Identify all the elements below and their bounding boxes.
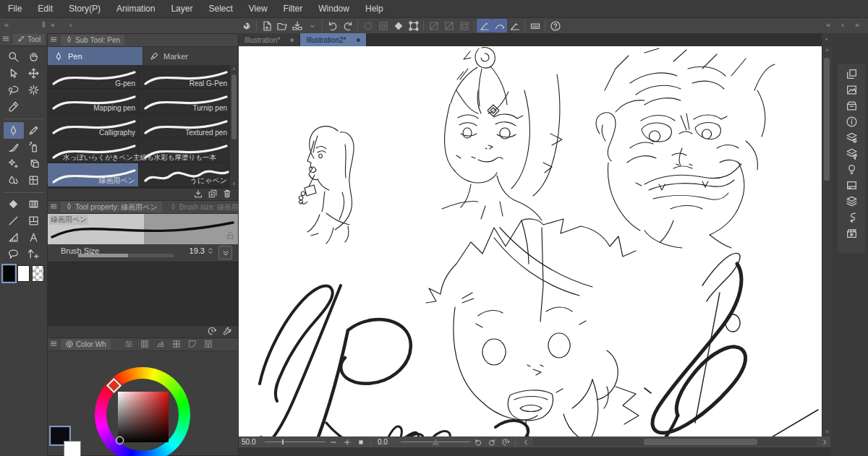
brush-item[interactable]: Calligraphy [48, 114, 139, 138]
text-tool[interactable] [24, 229, 44, 246]
wand-tool[interactable] [24, 82, 44, 98]
liquify-tool[interactable] [24, 172, 44, 189]
ruler-tool[interactable] [4, 229, 24, 246]
chevron-double-icon[interactable] [218, 246, 232, 259]
select-rect-icon-button[interactable] [426, 19, 441, 33]
csp-logo-icon-button[interactable] [239, 19, 254, 33]
hamburger-icon[interactable] [50, 202, 58, 212]
hand-tool[interactable] [24, 48, 44, 65]
chevron-down-icon-button[interactable] [305, 19, 320, 33]
palette-dock-collapsed[interactable]: « ‖ « ‹ [0, 18, 239, 33]
zoom-slider[interactable] [265, 439, 326, 445]
color-set-icon[interactable] [140, 339, 150, 350]
balloon-tool[interactable] [4, 246, 24, 262]
layer-filter-icon[interactable] [843, 147, 860, 160]
vertical-scroll-thumb[interactable] [824, 58, 830, 181]
brush-item[interactable]: Turnip pen [140, 90, 231, 113]
reset-icon-button[interactable] [207, 326, 217, 339]
menu-window[interactable]: Window [310, 4, 357, 14]
layers-icon[interactable] [843, 195, 860, 207]
gradient-tool[interactable] [24, 196, 44, 212]
object-tool[interactable] [4, 65, 24, 82]
animation-icon[interactable] [843, 227, 860, 239]
select-tri-icon-button[interactable] [441, 19, 456, 33]
rotate-right-icon[interactable] [485, 437, 498, 447]
information-icon[interactable] [843, 116, 860, 128]
scroll-left-icon[interactable] [519, 437, 532, 447]
saturation-value-square[interactable] [118, 392, 169, 442]
frame-tool[interactable] [24, 212, 44, 229]
airbrush-tool[interactable] [24, 139, 44, 155]
sv-cursor[interactable] [116, 436, 124, 444]
main-color-swatch[interactable] [3, 265, 15, 282]
pencil-tool[interactable] [24, 122, 44, 139]
rotate-value[interactable]: 0.0 [375, 438, 399, 446]
brush-stroke-preview[interactable]: 線画用ペン [48, 214, 238, 244]
redo-icon-button[interactable] [340, 19, 355, 33]
brush-item[interactable]: G-pen [48, 65, 139, 89]
transparent-color-swatch[interactable] [32, 265, 44, 282]
hamburger-icon[interactable] [2, 35, 10, 44]
fill-tool[interactable] [4, 196, 24, 212]
sub-tool-tab-marker[interactable]: Marker [143, 47, 238, 65]
vertical-scrollbar[interactable]: ˄ ˅ [822, 46, 832, 436]
mixing-icon[interactable] [156, 339, 166, 350]
deselect-icon-button[interactable] [360, 19, 375, 33]
decoration-tool[interactable] [4, 155, 24, 172]
undo-icon-button[interactable] [325, 19, 340, 33]
scroll-right-icon[interactable] [818, 437, 830, 447]
sub-tool-title-tab[interactable]: Sub Tool: Pen [61, 35, 124, 46]
zoom-value[interactable]: 50.0 [239, 438, 263, 446]
spinner-icon[interactable] [206, 246, 215, 257]
brush-item[interactable]: うにゃペン [140, 163, 231, 187]
zoom-out-icon[interactable] [327, 437, 339, 447]
correct-line-tool[interactable] [24, 246, 44, 262]
color-slider-icon[interactable] [124, 339, 134, 350]
menu-help[interactable]: Help [357, 4, 391, 14]
menu-filter[interactable]: Filter [276, 4, 311, 14]
rotate-left-icon[interactable] [472, 437, 484, 447]
scroll-thumb[interactable] [231, 74, 237, 139]
horizontal-scrollbar[interactable] [533, 438, 817, 446]
reselect-icon-button[interactable] [375, 19, 391, 33]
brush-size-tab[interactable]: Brush size: 線画用ペン [165, 202, 238, 212]
canvas[interactable] [239, 46, 822, 436]
select-inv-icon-button[interactable] [456, 19, 472, 33]
eraser-tool[interactable] [24, 155, 44, 172]
menu-storyp[interactable]: Story(P) [61, 4, 109, 14]
brush-size-value[interactable]: 19.3 [190, 246, 205, 255]
transform-icon-button[interactable] [406, 19, 421, 33]
shortcut-icon-button[interactable] [527, 19, 542, 33]
lasso-tool[interactable] [4, 82, 24, 98]
zoom-tool[interactable] [4, 48, 24, 65]
horizontal-scroll-thumb[interactable] [644, 439, 757, 445]
brush-list-scrollbar[interactable]: ˄ ˅ [229, 65, 238, 188]
figure-tool[interactable] [4, 212, 24, 229]
blank[interactable] [24, 98, 44, 115]
tool-property-tab[interactable]: Tool property: 線画用ペン [61, 202, 162, 212]
menu-edit[interactable]: Edit [30, 4, 61, 14]
lamp-icon[interactable] [843, 163, 860, 176]
material-icon[interactable] [843, 100, 860, 112]
scroll-up-icon[interactable]: ˄ [822, 46, 832, 55]
menu-view[interactable]: View [241, 4, 276, 14]
lock-open-icon[interactable] [226, 230, 235, 243]
quick-access-icon[interactable] [843, 68, 860, 80]
collapse-arrow-icon[interactable]: ‹ [69, 20, 72, 29]
hamburger-icon[interactable] [50, 35, 58, 45]
wrench-icon-button[interactable] [222, 326, 232, 339]
menu-animation[interactable]: Animation [109, 4, 163, 14]
brush-item[interactable]: Mapping pen [48, 90, 139, 113]
scroll-down-icon[interactable]: ˅ [822, 428, 832, 436]
sub-tool-tab-pen[interactable]: Pen [48, 47, 142, 65]
new-canvas-icon-button[interactable] [259, 19, 274, 33]
fill-icon-button[interactable] [391, 19, 406, 33]
sub-color-swatch[interactable] [17, 265, 30, 282]
intermediate-icon[interactable] [171, 339, 182, 350]
open-file-icon-button[interactable] [274, 19, 289, 33]
document-tab[interactable]: Illustration2* [300, 33, 366, 46]
color-history-icon[interactable] [203, 339, 213, 350]
reset-view-icon[interactable] [499, 437, 511, 447]
brush-item[interactable]: Textured pen [140, 114, 231, 138]
collapse-left2-icon[interactable]: « [51, 20, 55, 29]
